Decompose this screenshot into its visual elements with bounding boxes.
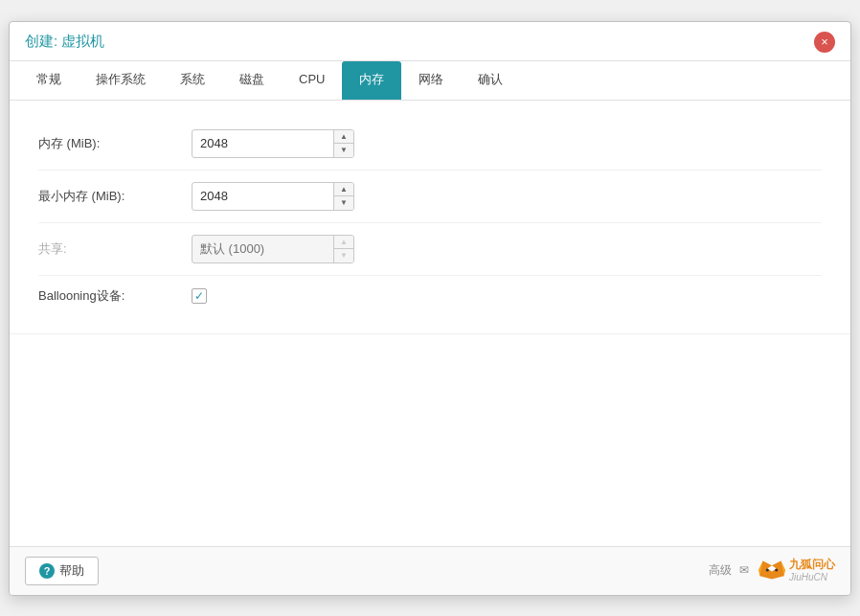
dialog-title-bar: 创建: 虚拟机 ×: [10, 22, 850, 61]
memory-input[interactable]: [192, 131, 333, 155]
tab-confirm[interactable]: 确认: [461, 61, 520, 100]
svg-point-5: [775, 569, 778, 572]
help-label: 帮助: [59, 562, 84, 580]
memory-row: 内存 (MiB): ▲ ▼: [38, 118, 822, 171]
shares-spinbox-arrows: ▲ ▼: [333, 236, 353, 262]
footer-left: ? 帮助: [25, 557, 99, 585]
create-vm-dialog: 创建: 虚拟机 × 常规 操作系统 系统 磁盘 CPU 内存 网络 确认 内存 …: [9, 21, 851, 596]
min-memory-spinbox-arrows: ▲ ▼: [333, 183, 353, 210]
min-memory-increment-button[interactable]: ▲: [334, 183, 353, 196]
value-icon: ✉: [739, 563, 749, 577]
advanced-label: 高级: [709, 562, 732, 579]
ballooning-row: Ballooning设备: ✓: [38, 276, 822, 316]
dialog-content: 内存 (MiB): ▲ ▼ 最小内存 (MiB): ▲ ▼: [10, 101, 850, 546]
tab-general[interactable]: 常规: [19, 61, 79, 100]
tab-bar: 常规 操作系统 系统 磁盘 CPU 内存 网络 确认: [10, 61, 850, 101]
memory-label: 内存 (MiB):: [38, 135, 192, 152]
shares-input: [192, 237, 333, 261]
help-icon: ?: [39, 563, 55, 579]
memory-decrement-button[interactable]: ▼: [334, 144, 353, 157]
help-button[interactable]: ? 帮助: [25, 557, 99, 585]
close-button[interactable]: ×: [814, 32, 835, 53]
dialog-title: 创建: 虚拟机: [25, 33, 104, 51]
watermark: 九狐问心 JiuHuCN: [757, 558, 835, 582]
footer-right: 高级 ✉ 九狐问心 JiuHuCN: [709, 558, 835, 582]
svg-point-4: [766, 569, 769, 572]
min-memory-decrement-button[interactable]: ▼: [334, 196, 353, 210]
watermark-cn: 九狐问心: [789, 558, 835, 571]
shares-row: 共享: ▲ ▼: [38, 223, 822, 276]
min-memory-label: 最小内存 (MiB):: [38, 188, 192, 205]
tab-os[interactable]: 操作系统: [79, 61, 163, 100]
min-memory-row: 最小内存 (MiB): ▲ ▼: [38, 171, 822, 223]
tab-network[interactable]: 网络: [401, 61, 461, 100]
watermark-en: JiuHuCN: [789, 572, 835, 583]
ballooning-checkbox[interactable]: ✓: [192, 288, 207, 304]
shares-label: 共享:: [38, 240, 192, 258]
shares-increment-button: ▲: [334, 236, 353, 249]
min-memory-input[interactable]: [192, 184, 333, 208]
memory-spinbox: ▲ ▼: [192, 129, 354, 158]
ballooning-label: Ballooning设备:: [38, 287, 192, 305]
min-memory-spinbox: ▲ ▼: [192, 182, 354, 211]
shares-decrement-button: ▼: [334, 249, 353, 262]
memory-increment-button[interactable]: ▲: [334, 130, 353, 144]
dialog-footer: ? 帮助 高级 ✉ 九狐问心 JiuHuCN: [10, 546, 850, 595]
ballooning-checkbox-wrap: ✓: [192, 288, 207, 304]
shares-spinbox: ▲ ▼: [192, 235, 354, 263]
memory-form-section: 内存 (MiB): ▲ ▼ 最小内存 (MiB): ▲ ▼: [10, 101, 850, 334]
tab-memory[interactable]: 内存: [342, 61, 401, 100]
tab-disk[interactable]: 磁盘: [222, 61, 282, 100]
fox-icon: [757, 559, 787, 581]
tab-cpu[interactable]: CPU: [282, 62, 342, 98]
memory-spinbox-arrows: ▲ ▼: [333, 130, 353, 157]
tab-system[interactable]: 系统: [163, 61, 222, 100]
